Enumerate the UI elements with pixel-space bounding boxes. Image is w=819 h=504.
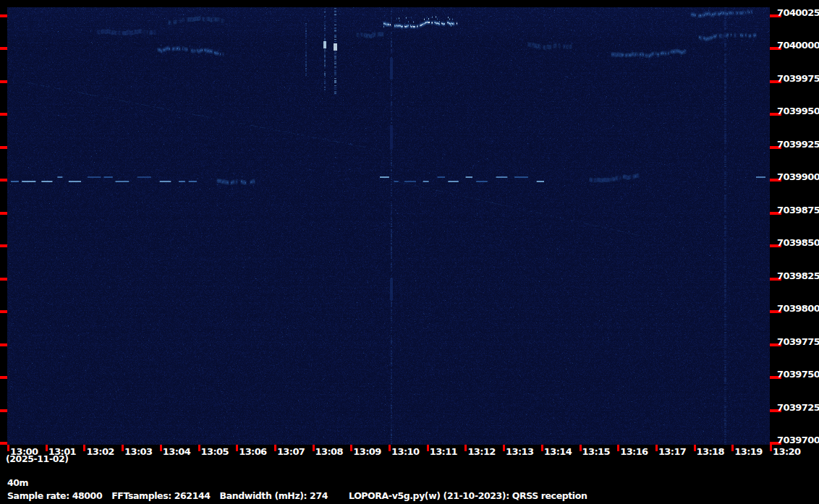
freq-tick-left	[0, 179, 7, 181]
time-tick-label: 13:12	[467, 447, 495, 456]
time-tick-label: 13:04	[163, 447, 190, 456]
time-tick-label: 13:07	[277, 447, 305, 456]
freq-tick-left	[0, 212, 7, 215]
time-tick-label: 13:20	[773, 447, 800, 456]
freq-tick-label: 7039750	[777, 370, 819, 379]
time-tick	[274, 445, 276, 451]
time-tick	[427, 445, 429, 451]
time-tick-label: 13:08	[315, 447, 343, 456]
program-version-text: LOPORA-v5g.py(w) (21-10-2023): QRSS rece…	[349, 491, 587, 501]
fft-samples-text: FFTsamples: 262144	[111, 491, 210, 501]
time-tick-label: 13:05	[201, 447, 229, 456]
freq-tick-left	[0, 310, 7, 313]
spectrogram-waterfall	[7, 7, 770, 445]
time-tick	[694, 445, 696, 451]
band-label: 40m	[7, 478, 28, 488]
time-tick-label: 13:06	[239, 447, 266, 456]
freq-tick-left	[0, 442, 7, 445]
time-tick-label: 13:15	[582, 447, 610, 456]
time-tick-label: 13:09	[353, 447, 381, 456]
time-tick	[580, 445, 582, 451]
time-tick	[617, 445, 619, 451]
time-tick-label: 13:19	[734, 447, 762, 456]
freq-tick-label: 7040000	[777, 40, 819, 50]
freq-tick-left	[0, 113, 7, 116]
time-tick	[83, 445, 85, 451]
time-tick	[122, 445, 124, 451]
time-tick-label: 13:10	[391, 447, 419, 456]
freq-tick-label: 7039900	[777, 172, 819, 181]
time-tick-label: 13:11	[430, 447, 457, 456]
time-tick-label: 13:02	[86, 447, 114, 456]
freq-tick-label: 7039825	[777, 271, 819, 281]
time-tick	[503, 445, 505, 451]
time-tick	[464, 445, 467, 451]
freq-tick-left	[0, 409, 7, 412]
date-label: (2025-11-02)	[6, 454, 69, 464]
sample-rate-text: Sample rate: 48000	[7, 491, 102, 501]
freq-tick-label: 7039875	[777, 205, 819, 215]
freq-tick-label: 7039700	[777, 435, 819, 445]
freq-tick-left	[0, 376, 7, 379]
freq-tick-left	[0, 47, 7, 50]
time-tick-label: 13:14	[544, 447, 572, 456]
time-tick	[389, 445, 391, 451]
time-tick	[313, 445, 315, 451]
freq-tick-left	[0, 278, 7, 281]
time-tick-label: 13:13	[506, 447, 533, 456]
freq-tick-left	[0, 343, 7, 346]
freq-tick-label: 7039950	[777, 106, 819, 116]
time-tick-label: 13:16	[620, 447, 648, 456]
freq-tick-label: 7039725	[777, 403, 819, 412]
freq-tick-left	[0, 244, 7, 247]
bandwidth-text: Bandwidth (mHz): 274	[220, 491, 328, 501]
freq-tick-left	[0, 146, 7, 149]
time-tick	[7, 445, 9, 451]
time-tick-label: 13:18	[697, 447, 724, 456]
freq-tick-left	[0, 14, 7, 17]
time-tick	[541, 445, 543, 451]
time-tick-label: 13:17	[658, 447, 686, 456]
time-tick	[655, 445, 658, 451]
time-tick	[731, 445, 734, 451]
time-tick	[46, 445, 48, 451]
time-tick	[236, 445, 238, 451]
freq-tick-label: 7039925	[777, 140, 819, 149]
status-line: Sample rate: 48000 FFTsamples: 262144 Ba…	[7, 491, 587, 501]
time-tick	[350, 445, 352, 451]
freq-tick-label: 7039800	[777, 304, 819, 313]
time-tick	[770, 445, 772, 451]
freq-tick-left	[0, 80, 7, 83]
freq-tick-label: 7039975	[777, 74, 819, 83]
freq-tick-label: 7039775	[777, 337, 819, 346]
time-tick	[160, 445, 162, 451]
time-tick	[198, 445, 200, 451]
freq-tick-label: 7040025	[777, 8, 819, 17]
freq-tick-label: 7039850	[777, 238, 819, 247]
qrss-grabber-screen: 7040025704000070399757039950703992570399…	[0, 0, 819, 504]
time-tick-label: 13:03	[124, 447, 152, 456]
